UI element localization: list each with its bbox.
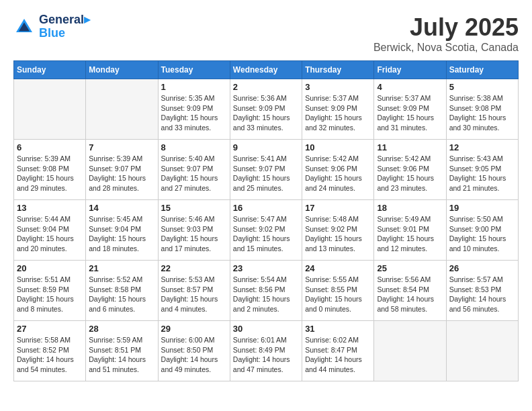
- day-number: 23: [233, 263, 299, 273]
- col-header-friday: Friday: [374, 61, 446, 79]
- day-number: 1: [161, 82, 227, 92]
- col-header-saturday: Saturday: [446, 61, 518, 79]
- calendar-cell: 11Sunrise: 5:42 AM Sunset: 9:06 PM Dayli…: [374, 140, 446, 200]
- calendar-cell: 13Sunrise: 5:44 AM Sunset: 9:04 PM Dayli…: [14, 200, 86, 261]
- calendar-cell: 10Sunrise: 5:42 AM Sunset: 9:06 PM Dayli…: [302, 140, 374, 200]
- day-info: Sunrise: 5:41 AM Sunset: 9:07 PM Dayligh…: [233, 154, 299, 193]
- location: Berwick, Nova Scotia, Canada: [373, 42, 519, 54]
- day-number: 20: [17, 263, 83, 273]
- day-info: Sunrise: 5:42 AM Sunset: 9:06 PM Dayligh…: [377, 154, 443, 193]
- calendar-cell: [86, 79, 158, 140]
- calendar-cell: 9Sunrise: 5:41 AM Sunset: 9:07 PM Daylig…: [230, 140, 302, 200]
- day-info: Sunrise: 5:37 AM Sunset: 9:09 PM Dayligh…: [377, 93, 443, 133]
- day-number: 21: [89, 263, 154, 273]
- day-number: 31: [305, 324, 371, 334]
- calendar-cell: 29Sunrise: 6:00 AM Sunset: 8:50 PM Dayli…: [158, 321, 230, 381]
- calendar-cell: [446, 321, 518, 381]
- day-info: Sunrise: 6:02 AM Sunset: 8:47 PM Dayligh…: [305, 335, 371, 375]
- calendar-cell: 7Sunrise: 5:39 AM Sunset: 9:07 PM Daylig…: [86, 140, 158, 200]
- calendar-cell: 31Sunrise: 6:02 AM Sunset: 8:47 PM Dayli…: [302, 321, 374, 381]
- calendar-table: SundayMondayTuesdayWednesdayThursdayFrid…: [13, 60, 519, 381]
- day-info: Sunrise: 5:46 AM Sunset: 9:03 PM Dayligh…: [161, 214, 227, 254]
- day-number: 2: [233, 82, 299, 92]
- calendar-cell: 27Sunrise: 5:58 AM Sunset: 8:52 PM Dayli…: [14, 321, 86, 381]
- calendar-cell: 26Sunrise: 5:57 AM Sunset: 8:53 PM Dayli…: [446, 261, 518, 321]
- day-info: Sunrise: 5:43 AM Sunset: 9:05 PM Dayligh…: [449, 154, 515, 193]
- day-info: Sunrise: 5:47 AM Sunset: 9:02 PM Dayligh…: [233, 214, 299, 254]
- day-info: Sunrise: 5:49 AM Sunset: 9:01 PM Dayligh…: [377, 214, 443, 254]
- day-info: Sunrise: 5:44 AM Sunset: 9:04 PM Dayligh…: [17, 214, 83, 254]
- day-number: 13: [17, 203, 83, 213]
- week-row-3: 13Sunrise: 5:44 AM Sunset: 9:04 PM Dayli…: [14, 200, 519, 261]
- col-header-sunday: Sunday: [14, 61, 86, 79]
- col-header-thursday: Thursday: [302, 61, 374, 79]
- calendar-cell: 22Sunrise: 5:53 AM Sunset: 8:57 PM Dayli…: [158, 261, 230, 321]
- day-info: Sunrise: 5:35 AM Sunset: 9:09 PM Dayligh…: [161, 93, 227, 133]
- day-info: Sunrise: 5:38 AM Sunset: 9:08 PM Dayligh…: [449, 93, 515, 133]
- calendar-cell: 8Sunrise: 5:40 AM Sunset: 9:07 PM Daylig…: [158, 140, 230, 200]
- week-row-5: 27Sunrise: 5:58 AM Sunset: 8:52 PM Dayli…: [14, 321, 519, 381]
- week-row-4: 20Sunrise: 5:51 AM Sunset: 8:59 PM Dayli…: [14, 261, 519, 321]
- day-info: Sunrise: 5:55 AM Sunset: 8:55 PM Dayligh…: [305, 275, 371, 314]
- col-header-monday: Monday: [86, 61, 158, 79]
- day-number: 18: [377, 203, 443, 213]
- calendar-cell: 24Sunrise: 5:55 AM Sunset: 8:55 PM Dayli…: [302, 261, 374, 321]
- calendar-cell: 1Sunrise: 5:35 AM Sunset: 9:09 PM Daylig…: [158, 79, 230, 140]
- day-number: 8: [161, 142, 227, 152]
- day-number: 12: [449, 142, 515, 152]
- calendar-cell: 30Sunrise: 6:01 AM Sunset: 8:49 PM Dayli…: [230, 321, 302, 381]
- day-info: Sunrise: 5:39 AM Sunset: 9:08 PM Dayligh…: [17, 154, 83, 193]
- calendar-cell: 3Sunrise: 5:37 AM Sunset: 9:09 PM Daylig…: [302, 79, 374, 140]
- calendar-cell: 19Sunrise: 5:50 AM Sunset: 9:00 PM Dayli…: [446, 200, 518, 261]
- col-header-wednesday: Wednesday: [230, 61, 302, 79]
- day-number: 9: [233, 142, 299, 152]
- day-number: 24: [305, 263, 371, 273]
- day-info: Sunrise: 5:36 AM Sunset: 9:09 PM Dayligh…: [233, 93, 299, 133]
- calendar-cell: 5Sunrise: 5:38 AM Sunset: 9:08 PM Daylig…: [446, 79, 518, 140]
- title-block: July 2025 Berwick, Nova Scotia, Canada: [373, 13, 519, 54]
- calendar-cell: 16Sunrise: 5:47 AM Sunset: 9:02 PM Dayli…: [230, 200, 302, 261]
- day-info: Sunrise: 5:54 AM Sunset: 8:56 PM Dayligh…: [233, 275, 299, 314]
- day-number: 4: [377, 82, 443, 92]
- calendar-cell: [14, 79, 86, 140]
- day-number: 5: [449, 82, 515, 92]
- calendar-cell: 12Sunrise: 5:43 AM Sunset: 9:05 PM Dayli…: [446, 140, 518, 200]
- page-header: General▸ Blue July 2025 Berwick, Nova Sc…: [13, 13, 519, 54]
- day-info: Sunrise: 6:00 AM Sunset: 8:50 PM Dayligh…: [161, 335, 227, 375]
- day-info: Sunrise: 5:58 AM Sunset: 8:52 PM Dayligh…: [17, 335, 83, 375]
- day-number: 11: [377, 142, 443, 152]
- day-info: Sunrise: 5:59 AM Sunset: 8:51 PM Dayligh…: [89, 335, 154, 375]
- day-number: 19: [449, 203, 515, 213]
- day-info: Sunrise: 5:57 AM Sunset: 8:53 PM Dayligh…: [449, 275, 515, 314]
- day-number: 7: [89, 142, 154, 152]
- week-row-1: 1Sunrise: 5:35 AM Sunset: 9:09 PM Daylig…: [14, 79, 519, 140]
- week-row-2: 6Sunrise: 5:39 AM Sunset: 9:08 PM Daylig…: [14, 140, 519, 200]
- day-number: 26: [449, 263, 515, 273]
- day-info: Sunrise: 5:48 AM Sunset: 9:02 PM Dayligh…: [305, 214, 371, 254]
- logo-icon: [13, 16, 35, 38]
- calendar-cell: 4Sunrise: 5:37 AM Sunset: 9:09 PM Daylig…: [374, 79, 446, 140]
- day-number: 29: [161, 324, 227, 334]
- day-number: 16: [233, 203, 299, 213]
- col-header-tuesday: Tuesday: [158, 61, 230, 79]
- calendar-cell: 20Sunrise: 5:51 AM Sunset: 8:59 PM Dayli…: [14, 261, 86, 321]
- day-number: 30: [233, 324, 299, 334]
- day-info: Sunrise: 5:39 AM Sunset: 9:07 PM Dayligh…: [89, 154, 154, 193]
- calendar-cell: 17Sunrise: 5:48 AM Sunset: 9:02 PM Dayli…: [302, 200, 374, 261]
- day-info: Sunrise: 5:42 AM Sunset: 9:06 PM Dayligh…: [305, 154, 371, 193]
- day-info: Sunrise: 5:37 AM Sunset: 9:09 PM Dayligh…: [305, 93, 371, 133]
- day-info: Sunrise: 5:40 AM Sunset: 9:07 PM Dayligh…: [161, 154, 227, 193]
- day-number: 15: [161, 203, 227, 213]
- day-number: 14: [89, 203, 154, 213]
- calendar-cell: 28Sunrise: 5:59 AM Sunset: 8:51 PM Dayli…: [86, 321, 158, 381]
- day-number: 22: [161, 263, 227, 273]
- day-info: Sunrise: 5:51 AM Sunset: 8:59 PM Dayligh…: [17, 275, 83, 314]
- calendar-cell: 25Sunrise: 5:56 AM Sunset: 8:54 PM Dayli…: [374, 261, 446, 321]
- logo-text: General▸ Blue: [39, 13, 90, 40]
- calendar-cell: [374, 321, 446, 381]
- day-number: 25: [377, 263, 443, 273]
- calendar-cell: 23Sunrise: 5:54 AM Sunset: 8:56 PM Dayli…: [230, 261, 302, 321]
- month-title: July 2025: [373, 13, 519, 42]
- day-number: 28: [89, 324, 154, 334]
- logo: General▸ Blue: [13, 13, 90, 40]
